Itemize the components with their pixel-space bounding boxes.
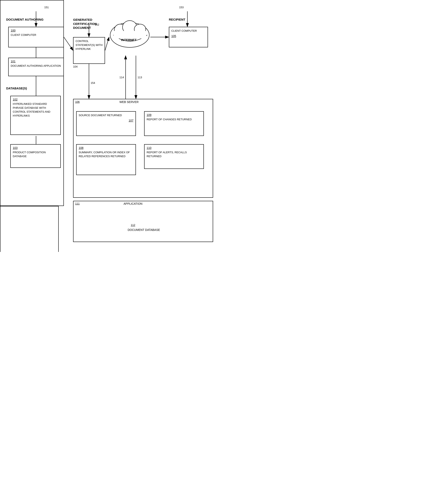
box-111 <box>73 201 213 242</box>
box-103: 103 PRODUCT COMPOSITION DATABASE <box>10 144 61 168</box>
box-105: CLIENT COMPUTER 105 <box>169 27 208 47</box>
document-authoring-label: DOCUMENT AUTHORING <box>6 18 43 21</box>
box-100: 100 CLIENT COMPUTER <box>8 27 64 47</box>
db-label-112: DOCUMENT DATABASE <box>128 228 160 232</box>
box-107: SOURCE DOCUMENT RETURNED 107 <box>76 111 136 136</box>
svg-point-12 <box>114 24 127 36</box>
box-108: 108 SUMMARY, COMPILATION OR INDEX OF REL… <box>76 144 136 175</box>
databases-label: DATABASE(S) <box>6 86 27 90</box>
ref-154: 154 <box>91 81 95 85</box>
ref-104: 104 <box>73 65 78 68</box>
outer-databases-box <box>0 206 59 252</box>
recipient-label: RECIPIENT <box>169 18 185 21</box>
svg-rect-16 <box>114 31 146 38</box>
box-109: 109 REPORT OF CHANGES RETURNED <box>144 111 204 136</box>
box-102: 102 HYPERLINKED STANDARD PHRASE DATABASE… <box>10 96 61 135</box>
svg-line-2 <box>64 37 73 50</box>
box-110: 110 REPORT OF ALERTS, RECALLS RETURNED <box>144 144 204 169</box>
application-label: APPLICATION <box>123 202 143 205</box>
generated-cert-label: GENERATED CERTIFICATION DOCUMENT <box>73 18 100 30</box>
box-104: CONTROL STATEMENT(S) WITH HYPERLINK <box>73 37 105 64</box>
ref-111: 111 <box>75 202 80 205</box>
ref-112: 112 <box>131 223 135 227</box>
ref-106: 106 <box>75 100 80 103</box>
svg-line-3 <box>105 37 109 50</box>
svg-rect-15 <box>113 31 146 39</box>
box-101: 101 DOCUMENT AUTHORING APPLICATION <box>8 58 64 76</box>
svg-point-11 <box>110 23 149 47</box>
webserver-label: WEB SERVER <box>120 100 139 104</box>
ref-153: 153 <box>179 6 184 9</box>
ref-113: 113 <box>137 76 142 79</box>
internet-label: INTERNET <box>121 38 136 42</box>
svg-point-13 <box>122 21 137 34</box>
ref-114: 114 <box>120 76 124 79</box>
ref-151: 151 <box>44 6 49 9</box>
svg-point-14 <box>134 24 146 34</box>
